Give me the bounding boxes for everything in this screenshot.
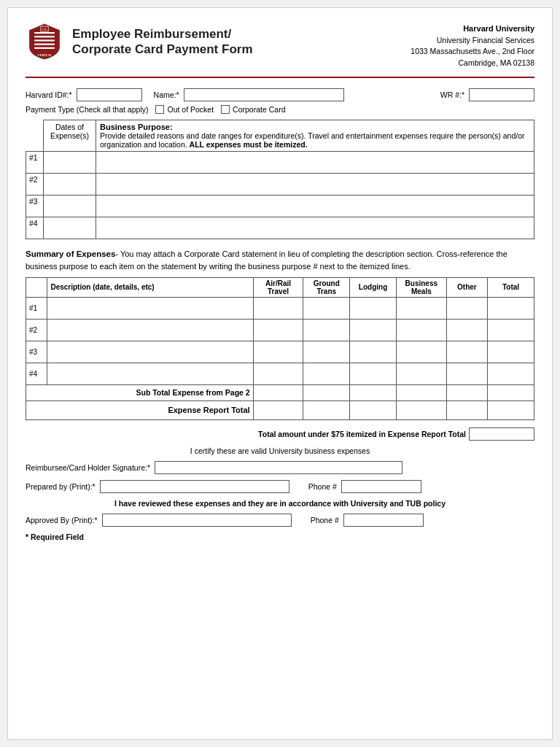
exp-num-header [26, 277, 47, 297]
bp-dates-2[interactable] [44, 173, 96, 195]
under75-input[interactable] [469, 427, 534, 441]
bp-purpose-1[interactable] [96, 151, 534, 173]
svg-text:VE: VE [42, 28, 47, 31]
exp-ground-header: Ground Trans [303, 277, 350, 297]
prepared-row: Prepared by (Print):* Phone # [26, 480, 534, 493]
exp-lodging-2[interactable] [350, 319, 397, 341]
out-of-pocket-label: Out of Pocket [167, 105, 214, 114]
exp-lodging-header: Lodging [350, 277, 397, 297]
exp-lodging-3[interactable] [350, 341, 397, 363]
exp-other-1[interactable] [446, 297, 487, 319]
summary-heading: Summary of Expenses- You may attach a Co… [26, 248, 534, 273]
bp-dates-4[interactable] [44, 217, 96, 239]
certify-line: I certify these are valid University bus… [26, 446, 534, 455]
prepared-input[interactable] [100, 480, 289, 493]
subtotal-total[interactable] [488, 384, 534, 400]
total-label: Expense Report Total [26, 400, 254, 419]
exp-row-4: #4 [26, 363, 534, 384]
bp-row-3: #3 [26, 195, 534, 217]
total-total[interactable] [488, 400, 534, 419]
bp-dates-3[interactable] [44, 195, 96, 217]
out-of-pocket-checkbox[interactable] [155, 105, 164, 114]
exp-row-1: #1 [26, 297, 534, 319]
total-other[interactable] [446, 400, 487, 419]
under75-label: Total amount under $75 itemized in Expen… [258, 430, 466, 438]
certify-text: I certify these are valid University bus… [190, 446, 370, 455]
subtotal-lodging[interactable] [350, 384, 397, 400]
reimbursee-label: Reimbursee/Card Holder Signature:* [26, 463, 150, 472]
header-right: Harvard University University Financial … [411, 23, 534, 69]
exp-meals-1[interactable] [396, 297, 446, 319]
exp-total-4[interactable] [488, 363, 534, 384]
harvard-id-input[interactable] [77, 88, 142, 101]
policy-line: I have reviewed these expenses and they … [26, 499, 534, 508]
subtotal-other[interactable] [446, 384, 487, 400]
approved-phone-input[interactable] [343, 514, 424, 527]
reimbursee-signature-input[interactable] [155, 461, 402, 474]
exp-desc-3[interactable] [47, 341, 253, 363]
exp-ground-3[interactable] [303, 341, 350, 363]
form-fields-row: Harvard ID#:* Name:* WR #:* [26, 88, 534, 101]
subtotal-air[interactable] [253, 384, 303, 400]
exp-lodging-1[interactable] [350, 297, 397, 319]
exp-other-4[interactable] [446, 363, 487, 384]
total-lodging[interactable] [350, 400, 397, 419]
exp-desc-header: Description (date, details, etc) [47, 277, 253, 297]
exp-ground-4[interactable] [303, 363, 350, 384]
exp-meals-4[interactable] [396, 363, 446, 384]
exp-num-4: #4 [26, 363, 47, 384]
name-label: Name:* [154, 90, 179, 99]
bp-header-row: Dates of Expense(s) Business Purpose: Pr… [26, 120, 534, 151]
approved-input[interactable] [102, 514, 292, 527]
total-air[interactable] [253, 400, 303, 419]
approved-phone-label: Phone # [311, 516, 339, 525]
exp-air-4[interactable] [253, 363, 303, 384]
exp-meals-header: Business Meals [396, 277, 446, 297]
subtotal-ground[interactable] [303, 384, 350, 400]
exp-ground-2[interactable] [303, 319, 350, 341]
subtotal-meals[interactable] [396, 384, 446, 400]
exp-meals-2[interactable] [396, 319, 446, 341]
exp-desc-1[interactable] [47, 297, 253, 319]
bp-row-2: #2 [26, 173, 534, 195]
exp-total-3[interactable] [488, 341, 534, 363]
exp-desc-4[interactable] [47, 363, 253, 384]
subtotal-label: Sub Total Expense from Page 2 [26, 384, 254, 400]
bp-purpose-4[interactable] [96, 217, 534, 239]
exp-other-2[interactable] [446, 319, 487, 341]
exp-air-1[interactable] [253, 297, 303, 319]
exp-ground-1[interactable] [303, 297, 350, 319]
header-left: VERITAS VE Employee Reimbursement/ Corpo… [26, 23, 253, 61]
total-meals[interactable] [396, 400, 446, 419]
form-title: Employee Reimbursement/ Corporate Card P… [72, 26, 253, 58]
purpose-desc: Provide detailed reasons and date ranges… [100, 131, 525, 149]
bp-row-num-2: #2 [26, 173, 44, 195]
bp-dates-1[interactable] [44, 151, 96, 173]
exp-air-2[interactable] [253, 319, 303, 341]
payment-type-label: Payment Type (Check all that apply) [26, 105, 148, 114]
policy-text: I have reviewed these expenses and they … [114, 499, 446, 508]
prepared-phone-input[interactable] [341, 480, 421, 493]
name-input[interactable] [184, 88, 344, 101]
exp-lodging-4[interactable] [350, 363, 397, 384]
dates-header: Dates of Expense(s) [44, 120, 96, 151]
out-of-pocket-option[interactable]: Out of Pocket [155, 105, 214, 114]
exp-total-1[interactable] [488, 297, 534, 319]
exp-other-header: Other [446, 277, 487, 297]
exp-other-3[interactable] [446, 341, 487, 363]
corporate-card-checkbox[interactable] [221, 105, 230, 114]
corporate-card-option[interactable]: Corporate Card [221, 105, 285, 114]
bp-purpose-3[interactable] [96, 195, 534, 217]
total-ground[interactable] [303, 400, 350, 419]
bp-purpose-2[interactable] [96, 173, 534, 195]
svg-rect-4 [34, 47, 55, 49]
exp-air-3[interactable] [253, 341, 303, 363]
exp-desc-2[interactable] [47, 319, 253, 341]
exp-meals-3[interactable] [396, 341, 446, 363]
exp-total-2[interactable] [488, 319, 534, 341]
wr-input[interactable] [469, 88, 534, 101]
form-header: VERITAS VE Employee Reimbursement/ Corpo… [26, 23, 534, 78]
prepared-phone-label: Phone # [308, 482, 337, 491]
form-page: VERITAS VE Employee Reimbursement/ Corpo… [7, 7, 553, 740]
address-line1: 1033 Massachusetts Ave., 2nd Floor [411, 46, 534, 58]
